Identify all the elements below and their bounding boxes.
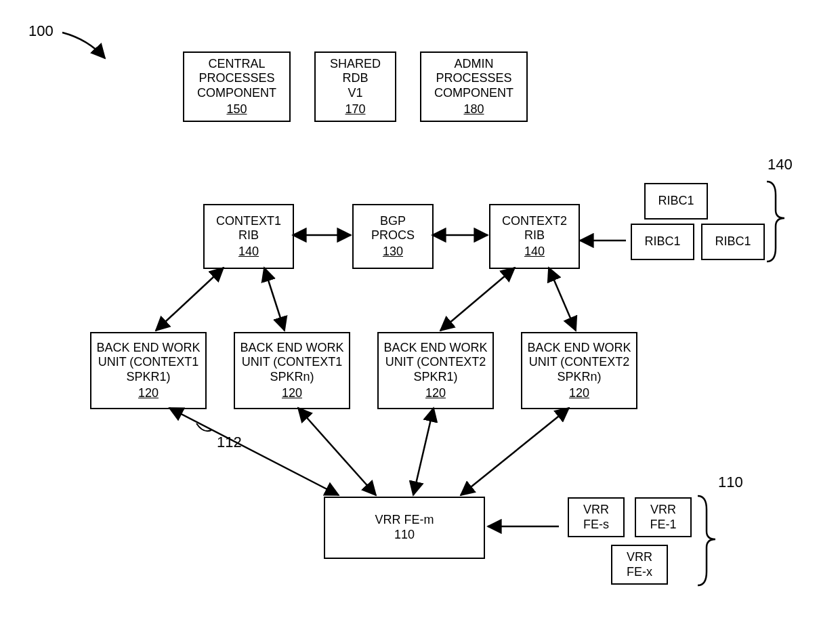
ref-number: 180 <box>463 102 484 117</box>
backend-ctx1-spkrn-box: BACK END WORK UNIT (CONTEXT1 SPKRn) 120 <box>234 332 350 409</box>
vrr-group-label-110: 110 <box>718 474 743 491</box>
text-line: BGP <box>380 214 406 229</box>
text-line: SPKR1) <box>413 370 457 385</box>
ref-number: 140 <box>524 245 545 259</box>
text-line: ADMIN <box>455 57 494 72</box>
text-line: FE-x <box>627 565 652 580</box>
text-line: SPKR1) <box>126 370 170 385</box>
ref-number: 120 <box>569 386 589 401</box>
svg-line-4 <box>264 268 285 331</box>
vrr-fe-1-box: VRR FE-1 <box>635 497 692 537</box>
text-line: BACK END WORK <box>240 341 343 356</box>
backend-ctx2-spkrn-box: BACK END WORK UNIT (CONTEXT2 SPKRn) 120 <box>521 332 637 409</box>
text-line: CONTEXT2 <box>502 214 567 229</box>
text-line: COMPONENT <box>434 86 513 101</box>
backend-ctx2-spkr1-box: BACK END WORK UNIT (CONTEXT2 SPKR1) 120 <box>377 332 494 409</box>
text-line: RIBC1 <box>658 194 694 209</box>
text-line: BACK END WORK <box>383 341 487 356</box>
ribc1-box-c: RIBC1 <box>701 224 765 260</box>
text-line: PROCESSES <box>436 71 511 86</box>
ref-number: 120 <box>425 386 446 401</box>
text-line: FE-1 <box>650 518 676 533</box>
context1-rib-box: CONTEXT1 RIB 140 <box>203 204 294 269</box>
vrr-fe-x-box: VRR FE-x <box>611 545 668 585</box>
text-line: VRR <box>650 503 676 518</box>
text-line: CONTEXT1 <box>216 214 281 229</box>
text-line: 110 <box>394 528 415 543</box>
text-line: SPKRn) <box>270 370 314 385</box>
text-line: BACK END WORK <box>527 341 631 356</box>
ribc1-box-a: RIBC1 <box>644 183 708 220</box>
admin-processes-component-box: ADMIN PROCESSES COMPONENT 180 <box>420 51 528 122</box>
text-line: PROCESSES <box>198 71 274 86</box>
svg-line-9 <box>413 408 434 495</box>
text-line: SPKRn) <box>557 370 601 385</box>
text-line: VRR FE-m <box>375 513 434 528</box>
text-line: UNIT (CONTEXT2 <box>385 355 486 370</box>
ref-number: 130 <box>383 245 403 259</box>
diagram-label-100: 100 <box>28 22 54 40</box>
ribc-group-label-140: 140 <box>768 156 793 173</box>
text-line: VRR <box>627 550 652 565</box>
connector-label-112: 112 <box>217 434 242 451</box>
text-line: COMPONENT <box>197 86 276 101</box>
ref-number: 170 <box>345 102 365 117</box>
text-line: UNIT (CONTEXT2 <box>529 355 630 370</box>
central-processes-component-box: CENTRAL PROCESSES COMPONENT 150 <box>183 51 291 122</box>
text-line: UNIT (CONTEXT1 <box>98 355 199 370</box>
text-line: RIB <box>524 228 545 243</box>
svg-line-10 <box>461 408 569 495</box>
svg-line-8 <box>298 408 376 495</box>
ref-number: 120 <box>282 386 302 401</box>
vrr-fe-m-box: VRR FE-m 110 <box>324 497 485 559</box>
ref-number: 140 <box>238 245 259 259</box>
text-line: RIB <box>238 228 259 243</box>
context2-rib-box: CONTEXT2 RIB 140 <box>489 204 580 269</box>
shared-rdb-box: SHARED RDB V1 170 <box>314 51 396 122</box>
svg-line-3 <box>156 268 224 331</box>
text-line: BACK END WORK <box>96 341 200 356</box>
diagram-stage: 100 CENTRAL PROCESSES COMPONENT 150 SHAR… <box>0 0 840 626</box>
svg-line-7 <box>169 408 339 495</box>
text-line: V1 <box>348 86 362 101</box>
text-line: FE-s <box>583 518 609 533</box>
bgp-procs-box: BGP PROCS 130 <box>352 204 434 269</box>
text-line: PROCS <box>371 228 415 243</box>
ref-number: 120 <box>138 386 159 401</box>
text-line: CENTRAL <box>208 57 265 72</box>
backend-ctx1-spkr1-box: BACK END WORK UNIT (CONTEXT1 SPKR1) 120 <box>90 332 207 409</box>
text-line: RIBC1 <box>644 234 680 249</box>
text-line: VRR <box>583 503 609 518</box>
text-line: RDB <box>342 71 368 86</box>
text-line: RIBC1 <box>715 234 751 249</box>
ref-number: 150 <box>226 102 247 117</box>
vrr-fe-s-box: VRR FE-s <box>568 497 625 537</box>
text-line: SHARED <box>330 57 381 72</box>
ribc1-box-b: RIBC1 <box>631 224 694 260</box>
svg-line-5 <box>440 268 515 331</box>
svg-line-6 <box>549 268 576 331</box>
text-line: UNIT (CONTEXT1 <box>242 355 343 370</box>
